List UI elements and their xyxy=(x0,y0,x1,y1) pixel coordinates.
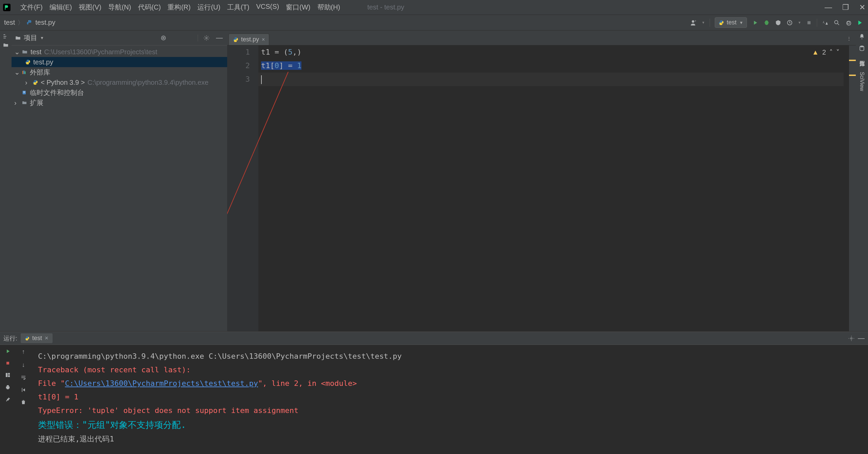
database-icon[interactable] xyxy=(859,45,865,52)
run-button[interactable] xyxy=(752,19,758,26)
scroll-to-end-button[interactable] xyxy=(20,387,26,393)
collapse-all-button[interactable] xyxy=(185,34,194,42)
svg-rect-6 xyxy=(3,34,5,35)
window-title: test - test.py xyxy=(367,3,404,11)
console-line: t1[0] = 1 xyxy=(38,390,861,404)
structure-toolwindow-icon[interactable] xyxy=(2,33,9,40)
tree-row-python-env[interactable]: › < Python 3.9 > C:\programming\python3.… xyxy=(12,77,227,87)
notifications-icon[interactable] xyxy=(859,33,865,40)
layout-button[interactable] xyxy=(5,372,11,378)
menu-view[interactable]: 视图(V) xyxy=(75,3,105,12)
project-panel: 项目 ▼ — ⌄ test C:\Users\13600\PycharmProj… xyxy=(12,31,227,331)
console-output[interactable]: C:\programming\python3.9.4\python.exe C:… xyxy=(31,345,868,454)
code-with-me-icon[interactable] xyxy=(856,19,864,26)
svg-rect-26 xyxy=(8,375,10,377)
code-area[interactable]: t1 = (5,) t1[0] = 1 xyxy=(258,45,844,86)
folder-icon xyxy=(22,49,28,55)
menu-code[interactable]: 代码(C) xyxy=(135,3,164,12)
run-hide-button[interactable]: — xyxy=(858,334,865,342)
stop-button[interactable] xyxy=(806,20,812,26)
svg-rect-12 xyxy=(22,71,23,74)
titlebar: 文件(F) 编辑(E) 视图(V) 导航(N) 代码(C) 重构(R) 运行(U… xyxy=(0,0,868,15)
svg-rect-21 xyxy=(863,65,864,66)
inspection-prev[interactable]: ˄ xyxy=(829,48,833,56)
tree-row-external-libs[interactable]: ⌄ 外部库 xyxy=(12,67,227,77)
svg-rect-25 xyxy=(8,373,10,375)
pin-button[interactable] xyxy=(5,396,11,402)
svg-point-22 xyxy=(851,337,852,339)
run-config-selector[interactable]: test ▼ xyxy=(715,17,747,28)
svg-rect-29 xyxy=(7,388,9,389)
trash-button[interactable] xyxy=(20,399,26,405)
inspection-widget[interactable]: ▲ 2 ˄ ˅ xyxy=(812,48,840,56)
main-menu: 文件(F) 编辑(E) 视图(V) 导航(N) 代码(C) 重构(R) 运行(U… xyxy=(17,3,343,12)
maximize-button[interactable]: ❐ xyxy=(842,3,849,12)
expand-all-button[interactable] xyxy=(172,34,181,42)
panel-settings-button[interactable] xyxy=(202,34,211,42)
panel-hide-button[interactable]: — xyxy=(215,34,224,42)
close-button[interactable]: ✕ xyxy=(859,3,865,12)
print-button[interactable] xyxy=(5,384,11,390)
error-stripe[interactable] xyxy=(849,45,856,331)
debug-button[interactable] xyxy=(763,19,770,26)
chevron-right-icon: › xyxy=(25,79,30,86)
menu-file[interactable]: 文件(F) xyxy=(17,3,46,12)
chevron-down-icon: ⌄ xyxy=(14,68,19,76)
python-icon xyxy=(25,336,29,341)
project-tree[interactable]: ⌄ test C:\Users\13600\PycharmProjects\te… xyxy=(12,45,227,331)
scroll-down-button[interactable]: ↓ xyxy=(22,361,25,369)
breadcrumb-project[interactable]: test xyxy=(4,19,15,26)
search-icon[interactable] xyxy=(833,19,840,26)
rerun-button[interactable] xyxy=(5,348,11,354)
stop-button[interactable] xyxy=(5,360,11,366)
run-tab[interactable]: test × xyxy=(21,333,53,343)
editor-tab-testpy[interactable]: test.py × xyxy=(229,34,269,45)
run-settings-button[interactable] xyxy=(848,335,854,341)
main-area: 项目 ▼ — ⌄ test C:\Users\13600\PycharmProj… xyxy=(0,31,868,332)
sciview-label[interactable]: SciView xyxy=(859,72,865,91)
menu-run[interactable]: 运行(U) xyxy=(194,3,224,12)
sciview-icon[interactable] xyxy=(859,61,865,67)
left-tool-stripe xyxy=(0,31,12,331)
project-panel-header: 项目 ▼ — xyxy=(12,31,227,45)
minimize-button[interactable]: — xyxy=(825,3,832,12)
translate-icon[interactable] xyxy=(822,19,829,26)
menu-navigate[interactable]: 导航(N) xyxy=(105,3,135,12)
menu-tools[interactable]: 工具(T) xyxy=(224,3,253,12)
project-view-combo[interactable]: 项目 ▼ xyxy=(15,33,44,42)
profiler-button[interactable] xyxy=(786,19,793,26)
svg-rect-13 xyxy=(23,71,24,74)
tree-row-scratches[interactable]: 临时文件和控制台 xyxy=(12,87,227,98)
tree-row-file[interactable]: test.py xyxy=(12,57,227,67)
run-config-label: test xyxy=(727,19,736,26)
close-icon[interactable]: × xyxy=(262,37,265,43)
project-toolwindow-icon[interactable] xyxy=(3,42,9,48)
svg-point-1 xyxy=(28,21,29,21)
tree-row-extensions[interactable]: › 扩展 xyxy=(12,98,227,108)
svg-point-5 xyxy=(834,20,838,24)
tree-python-env-label: < Python 3.9 > xyxy=(41,79,85,86)
scroll-up-button[interactable]: ↑ xyxy=(22,348,25,355)
close-icon[interactable]: × xyxy=(45,335,48,342)
editor-tabs-more[interactable]: ⋮ xyxy=(844,32,854,45)
menu-edit[interactable]: 编辑(E) xyxy=(46,3,76,12)
menu-window[interactable]: 窗口(W) xyxy=(282,3,314,12)
breadcrumb: test 〉 test.py xyxy=(4,19,55,27)
breadcrumb-file[interactable]: test.py xyxy=(35,19,55,26)
svg-rect-28 xyxy=(7,385,9,387)
soft-wrap-button[interactable] xyxy=(20,375,26,381)
menu-vcs[interactable]: VCS(S) xyxy=(253,3,283,12)
editor[interactable]: 1 2 3 t1 = (5,) t1[0] = 1 ▲ 2 ˄ ˅ xyxy=(227,45,856,331)
menu-help[interactable]: 帮助(H) xyxy=(314,3,344,12)
coverage-button[interactable] xyxy=(775,19,782,26)
settings-icon[interactable] xyxy=(845,19,852,26)
locate-button[interactable] xyxy=(159,34,168,42)
console-line: File "C:\Users\13600\PycharmProjects\tes… xyxy=(38,377,861,390)
inspection-next[interactable]: ˅ xyxy=(836,48,840,56)
pycharm-icon xyxy=(3,3,11,12)
tree-row-project-root[interactable]: ⌄ test C:\Users\13600\PycharmProjects\te… xyxy=(12,47,227,57)
menu-refactor[interactable]: 重构(R) xyxy=(164,3,194,12)
file-link[interactable]: C:\Users\13600\PycharmProjects\test\test… xyxy=(65,379,258,388)
add-user-icon[interactable]: + xyxy=(689,19,697,26)
python-file-icon xyxy=(26,20,33,26)
